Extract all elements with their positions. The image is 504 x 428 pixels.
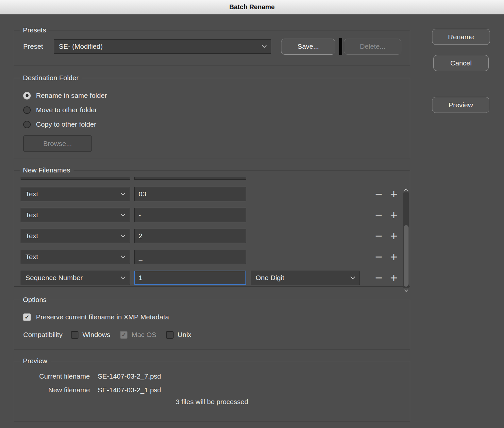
current-filename-row: Current filename SE-1407-03-2_7.psd	[14, 369, 410, 383]
row-type-dropdown[interactable]: Text	[21, 187, 130, 201]
radio-rename-same-folder[interactable]	[23, 92, 31, 99]
delete-preset-label: Delete...	[360, 43, 385, 50]
destination-folder-group: Destination Folder Rename in same folder…	[14, 74, 410, 158]
new-filename-row: New filename SE-1407-03-2_1.psd	[14, 383, 410, 397]
row-text-input[interactable]	[134, 229, 246, 243]
macos-checkbox: ✓	[120, 331, 127, 339]
filename-row: Text − +	[21, 187, 397, 201]
add-row-button[interactable]: +	[390, 251, 397, 263]
chevron-down-icon	[350, 276, 355, 279]
remove-row-button[interactable]: −	[375, 251, 382, 263]
check-icon: ✓	[122, 332, 126, 338]
remove-row-button[interactable]: −	[375, 209, 382, 221]
clipped-field-edge	[134, 177, 246, 180]
row-text-input[interactable]	[134, 250, 246, 264]
current-filename-label: Current filename	[14, 372, 90, 380]
radio-copy-other-folder[interactable]	[23, 121, 31, 128]
filename-row: Text − +	[21, 229, 397, 243]
preview-button-label: Preview	[448, 101, 473, 109]
row-type-dropdown[interactable]: Sequence Number	[21, 271, 130, 285]
scrollbar-track[interactable]	[403, 192, 409, 288]
window-titlebar: Batch Rename	[0, 0, 504, 14]
row-type-dropdown[interactable]: Text	[21, 250, 130, 264]
browse-button[interactable]: Browse...	[23, 135, 92, 152]
filename-row-sequence: Sequence Number One Digit − +	[21, 271, 397, 285]
chevron-down-icon	[121, 235, 126, 238]
windows-label: Windows	[82, 331, 110, 339]
cancel-button[interactable]: Cancel	[433, 55, 489, 71]
compat-windows[interactable]: Windows	[71, 331, 110, 339]
row-text-input[interactable]	[134, 208, 246, 222]
scroll-down-icon[interactable]	[403, 288, 409, 293]
radio-move-other-folder[interactable]	[23, 106, 31, 114]
browse-button-label: Browse...	[43, 140, 72, 148]
compat-macos: ✓ Mac OS	[120, 331, 156, 339]
rename-button[interactable]: Rename	[432, 29, 490, 45]
radio-label: Copy to other folder	[36, 120, 96, 128]
preview-button[interactable]: Preview	[432, 97, 489, 113]
cancel-button-label: Cancel	[450, 59, 472, 67]
add-row-button[interactable]: +	[390, 188, 397, 200]
preserve-filename-checkbox[interactable]: ✓	[23, 313, 31, 321]
filename-row: Text − +	[21, 208, 397, 222]
row-type-value: Sequence Number	[25, 274, 83, 282]
chevron-down-icon	[121, 276, 126, 279]
rename-button-label: Rename	[448, 33, 474, 41]
filename-row: Text − +	[21, 250, 397, 264]
destination-option-move-row[interactable]: Move to other folder	[23, 103, 410, 117]
options-legend: Options	[20, 296, 50, 304]
row-text-input[interactable]	[134, 187, 246, 201]
row-type-value: Text	[25, 190, 38, 198]
new-filenames-legend: New Filenames	[20, 166, 74, 174]
presets-legend: Presets	[20, 26, 49, 34]
files-processed-note: 3 files will be processed	[14, 398, 410, 406]
preview-legend: Preview	[20, 357, 51, 365]
compatibility-label: Compatibility	[23, 331, 62, 339]
scroll-up-icon[interactable]	[403, 187, 409, 192]
remove-row-button[interactable]: −	[375, 272, 382, 284]
chevron-down-icon	[262, 45, 267, 48]
options-group: Options ✓ Preserve current filename in X…	[14, 296, 410, 349]
save-preset-button[interactable]: Save...	[281, 39, 335, 55]
radio-label: Rename in same folder	[36, 92, 107, 99]
destination-option-copy-row[interactable]: Copy to other folder	[23, 117, 410, 132]
row-type-dropdown[interactable]: Text	[21, 208, 130, 222]
row-type-value: Text	[25, 253, 38, 261]
chevron-down-icon	[121, 256, 126, 259]
add-row-button[interactable]: +	[390, 209, 397, 221]
presets-group: Presets Preset SE- (Modified) Save... De…	[14, 26, 410, 65]
new-filename-label: New filename	[14, 386, 90, 394]
filenames-scrollbar[interactable]	[403, 187, 409, 293]
add-row-button[interactable]: +	[390, 230, 397, 242]
sequence-digits-value: One Digit	[256, 274, 284, 282]
clipped-row-above	[21, 177, 397, 180]
row-type-dropdown[interactable]: Text	[21, 229, 130, 243]
unix-checkbox[interactable]	[166, 331, 174, 339]
preview-group: Preview Current filename SE-1407-03-2_7.…	[14, 357, 410, 421]
clipped-dropdown-edge	[21, 177, 130, 180]
preset-dropdown[interactable]: SE- (Modified)	[54, 39, 271, 54]
preset-buttons-divider	[339, 38, 342, 55]
destination-option-same-row[interactable]: Rename in same folder	[23, 88, 410, 103]
save-preset-label: Save...	[297, 43, 319, 50]
windows-checkbox[interactable]	[71, 331, 78, 339]
chevron-down-icon	[121, 193, 126, 196]
macos-label: Mac OS	[131, 331, 156, 339]
row-type-value: Text	[25, 211, 38, 219]
delete-preset-button[interactable]: Delete...	[344, 39, 401, 55]
radio-label: Move to other folder	[36, 106, 97, 114]
sequence-digits-dropdown[interactable]: One Digit	[251, 271, 360, 285]
unix-label: Unix	[177, 331, 191, 339]
compat-unix[interactable]: Unix	[166, 331, 191, 339]
chevron-down-icon	[121, 214, 126, 217]
remove-row-button[interactable]: −	[375, 188, 382, 200]
window-title: Batch Rename	[229, 3, 275, 11]
current-filename-value: SE-1407-03-2_7.psd	[98, 372, 161, 380]
new-filenames-group: New Filenames Text − + Text	[14, 166, 410, 287]
sequence-start-input[interactable]	[134, 271, 246, 285]
add-row-button[interactable]: +	[390, 272, 397, 284]
preset-dropdown-value: SE- (Modified)	[59, 43, 103, 50]
destination-legend: Destination Folder	[20, 74, 82, 82]
remove-row-button[interactable]: −	[375, 230, 382, 242]
scrollbar-thumb[interactable]	[404, 225, 409, 287]
